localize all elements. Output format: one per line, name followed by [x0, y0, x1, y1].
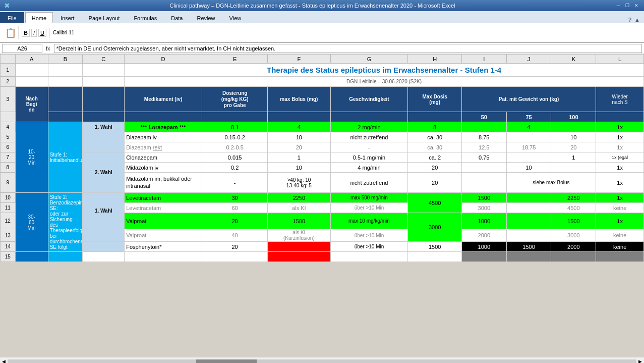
cell-e13[interactable]: 40 — [202, 229, 268, 242]
restore-btn[interactable]: ❐ — [624, 2, 631, 9]
cell-e12[interactable]: 20 — [202, 213, 268, 229]
cell-l14[interactable]: keine — [596, 242, 644, 252]
cell-h3[interactable]: Max Dosis(mg) — [408, 87, 462, 112]
formula-fx-btn[interactable]: fx — [44, 45, 52, 51]
cell-j13[interactable] — [506, 229, 551, 242]
cell-e11[interactable]: 60 — [202, 203, 268, 213]
tab-pagelayout[interactable]: Page Layout — [82, 12, 127, 23]
col-header-e[interactable]: E — [202, 55, 268, 64]
cell-j15[interactable] — [506, 252, 551, 262]
cell-g10[interactable]: max 500 mg/min — [330, 193, 408, 203]
cell-l9[interactable]: 1x — [596, 173, 644, 193]
cell-j10[interactable] — [506, 193, 551, 203]
cell-l8[interactable]: 1x — [596, 163, 644, 173]
tab-formulas[interactable]: Formulas — [127, 12, 163, 23]
minimize-ribbon-icon[interactable]: ▲ — [634, 17, 640, 23]
cell-e10[interactable]: 30 — [202, 193, 268, 203]
cell-g9[interactable]: nicht zutreffend — [330, 173, 408, 193]
scroll-left-btn[interactable]: ◀ — [2, 359, 6, 364]
cell-d5[interactable]: Diazepam iv — [125, 132, 202, 142]
col-header-l[interactable]: L — [596, 55, 644, 64]
cell-g6[interactable]: - — [330, 142, 408, 152]
cell-d15[interactable] — [125, 252, 202, 262]
tab-insert[interactable]: Insert — [54, 12, 81, 23]
cell-k6[interactable]: 20 — [551, 142, 596, 152]
cell-e14[interactable]: 20 — [202, 242, 268, 252]
col-header-a[interactable]: A — [15, 55, 48, 64]
cell-d12[interactable]: Valproat — [125, 213, 202, 229]
cell-e9[interactable]: - — [202, 173, 268, 193]
cell-a2[interactable] — [15, 77, 48, 87]
cell-i15[interactable] — [461, 252, 506, 262]
cell-k12[interactable]: 1500 — [551, 213, 596, 229]
tab-review[interactable]: Review — [190, 12, 221, 23]
cell-g11[interactable]: über >10 Min — [330, 203, 408, 213]
cell-j12[interactable] — [506, 213, 551, 229]
cell-k14[interactable]: 2000 — [551, 242, 596, 252]
cell-e4[interactable]: 0.1 — [202, 122, 268, 132]
minimize-btn[interactable]: ─ — [615, 2, 622, 9]
paste-icon[interactable]: 📋 — [5, 27, 16, 38]
cell-j3b[interactable]: 75 — [506, 112, 551, 122]
cell-f13[interactable]: als KI(Kurzinfusion) — [268, 229, 330, 242]
cell-f7[interactable]: 1 — [268, 152, 330, 163]
horizontal-scrollbar[interactable]: ◀ ▶ — [0, 357, 644, 363]
cell-b1[interactable] — [48, 64, 83, 77]
cell-g3b[interactable] — [330, 112, 408, 122]
cell-b4[interactable]: Stufe 1:Initialbehandlung — [48, 122, 83, 193]
cell-l6[interactable]: 1x — [596, 142, 644, 152]
cell-c3[interactable] — [83, 87, 125, 112]
cell-e3[interactable]: Dosierung(mg/kg KG)pro Gabe — [202, 87, 268, 112]
cell-l10[interactable]: 1x — [596, 193, 644, 203]
cell-g5[interactable]: nicht zutreffend — [330, 132, 408, 142]
cell-h6[interactable]: ca. 30 — [408, 142, 462, 152]
cell-b3[interactable] — [48, 87, 83, 112]
cell-c15[interactable] — [83, 252, 125, 262]
col-header-c[interactable]: C — [83, 55, 125, 64]
cell-c5[interactable] — [83, 132, 125, 152]
cell-c2[interactable] — [83, 77, 125, 87]
tab-data[interactable]: Data — [164, 12, 189, 23]
cell-i4[interactable] — [461, 122, 506, 132]
cell-a3[interactable]: NachBeginn — [15, 87, 48, 122]
cell-l12[interactable]: 1x — [596, 213, 644, 229]
font-size[interactable]: 11 — [69, 30, 74, 35]
cell-b15[interactable] — [48, 252, 83, 262]
col-header-d[interactable]: D — [125, 55, 202, 64]
cell-e6[interactable]: 0.2-0.5 — [202, 142, 268, 152]
col-header-k[interactable]: K — [551, 55, 596, 64]
cell-j6[interactable]: 18.75 — [506, 142, 551, 152]
cell-l3b[interactable] — [596, 112, 644, 122]
cell-j4[interactable]: 4 — [506, 122, 551, 132]
cell-h10[interactable]: 4500 — [408, 193, 462, 213]
col-header-g[interactable]: G — [330, 55, 408, 64]
cell-g3[interactable]: Geschwindigkeit — [330, 87, 408, 112]
cell-i7[interactable]: 0.75 — [461, 152, 506, 163]
close-btn[interactable]: ✕ — [633, 2, 640, 9]
cell-b3b[interactable] — [48, 112, 83, 122]
italic-btn[interactable]: I — [31, 29, 37, 37]
cell-e3b[interactable] — [202, 112, 268, 122]
cell-a1[interactable] — [15, 64, 48, 77]
cell-d3[interactable]: Medikament (iv) — [125, 87, 202, 112]
cell-h4[interactable]: 8 — [408, 122, 462, 132]
cell-e7[interactable]: 0.015 — [202, 152, 268, 163]
cell-b10[interactable]: Stufe 2:Benzodiazepinrefraktärer SE:oder… — [48, 193, 83, 252]
cell-i9[interactable] — [461, 173, 506, 193]
cell-h7[interactable]: ca. 2 — [408, 152, 462, 163]
cell-k5[interactable]: 10 — [551, 132, 596, 142]
tab-home[interactable]: Home — [25, 12, 53, 23]
cell-f9[interactable]: >40 kg: 1013-40 kg: 5 — [268, 173, 330, 193]
cell-d8[interactable]: Midazolam iv — [125, 163, 202, 173]
cell-f6[interactable]: 20 — [268, 142, 330, 152]
bold-btn[interactable]: B — [22, 29, 30, 37]
tab-file[interactable]: File — [0, 12, 24, 23]
cell-e5[interactable]: 0.15-0.2 — [202, 132, 268, 142]
cell-g15[interactable] — [330, 252, 408, 262]
cell-b2[interactable] — [48, 77, 83, 87]
cell-j7[interactable] — [506, 152, 551, 163]
cell-i3b[interactable]: 50 — [461, 112, 506, 122]
cell-i14[interactable]: 1000 — [461, 242, 506, 252]
cell-d3b[interactable] — [125, 112, 202, 122]
cell-i13[interactable]: 2000 — [461, 229, 506, 242]
